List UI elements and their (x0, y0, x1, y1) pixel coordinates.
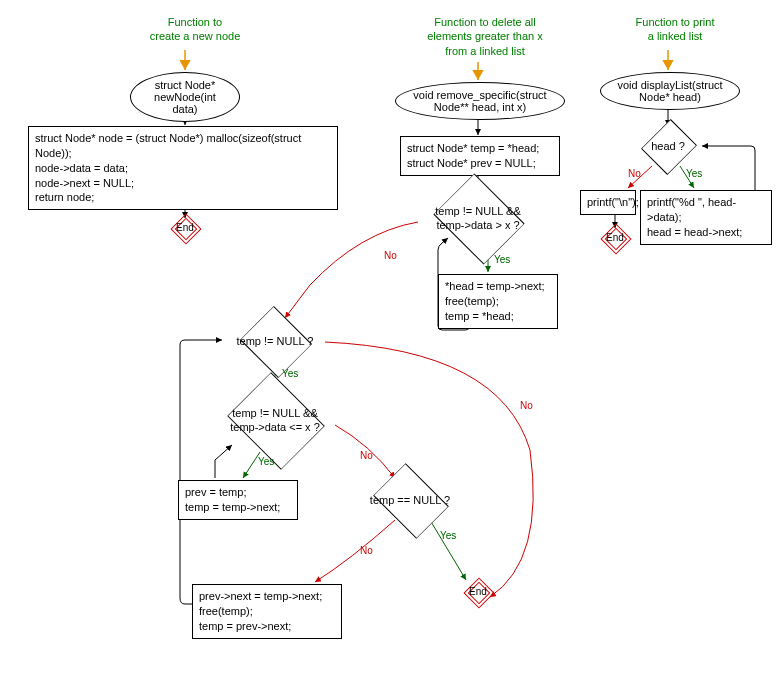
fc2-start: void remove_specific(struct Node** head,… (395, 82, 565, 120)
fc3-d1-no: No (628, 168, 641, 179)
fc3-p2: printf("\n"); (580, 190, 636, 215)
fc2-d4: temp == NULL ? (350, 478, 470, 522)
fc2-d4-no: No (360, 545, 373, 556)
fc2-d2-no: No (520, 400, 533, 411)
fc2-p1-text: struct Node* temp = *head; struct Node* … (407, 142, 539, 169)
fc1-start-text: struct Node* newNode(int data) (154, 79, 216, 115)
fc2-d2-yes: Yes (282, 368, 298, 379)
fc2-p4-text: prev->next = temp->next; free(temp); tem… (199, 590, 322, 632)
fc2-d1: temp != NULL && temp->data > x ? (408, 190, 548, 246)
fc1-p1-text: struct Node* node = (struct Node*) mallo… (35, 132, 301, 203)
fc2-start-text: void remove_specific(struct Node** head,… (413, 89, 546, 113)
fc3-p1: printf("%d ", head->data); head = head->… (640, 190, 772, 245)
fc2-d3-yes: Yes (258, 456, 274, 467)
fc3-end-text: End (606, 232, 624, 243)
fc2-d1-text: temp != NULL && temp->data > x ? (435, 204, 521, 233)
fc2-p4: prev->next = temp->next; free(temp); tem… (192, 584, 342, 639)
fc3-start-text: void displayList(struct Node* head) (617, 79, 722, 103)
fc3-title: Function to print a linked list (620, 15, 730, 44)
fc3-d1-yes: Yes (686, 168, 702, 179)
fc2-p2-text: *head = temp->next; free(temp); temp = *… (445, 280, 545, 322)
fc3-p2-text: printf("\n"); (587, 196, 639, 208)
fc1-end: End (171, 214, 199, 242)
fc2-p2: *head = temp->next; free(temp); temp = *… (438, 274, 558, 329)
fc2-end-text: End (469, 586, 487, 597)
fc3-p1-text: printf("%d ", head->data); head = head->… (647, 196, 742, 238)
fc2-title: Function to delete all elements greater … (410, 15, 560, 58)
fc2-d3-text: temp != NULL && temp->data <= x ? (230, 406, 320, 435)
fc1-end-text: End (176, 222, 194, 233)
svg-line-9 (430, 520, 466, 580)
fc2-d1-yes: Yes (494, 254, 510, 265)
fc3-d1-text: head ? (651, 139, 685, 153)
fc1-title: Function to create a new node (130, 15, 260, 44)
fc2-p1: struct Node* temp = *head; struct Node* … (400, 136, 560, 176)
fc2-d4-yes: Yes (440, 530, 456, 541)
fc2-d4-text: temp == NULL ? (370, 493, 450, 507)
fc2-d3: temp != NULL && temp->data <= x ? (200, 390, 350, 450)
fc2-p3: prev = temp; temp = temp->next; (178, 480, 298, 520)
fc3-end: End (601, 224, 629, 252)
fc1-start: struct Node* newNode(int data) (130, 72, 240, 122)
fc2-d3-no: No (360, 450, 373, 461)
fc2-d2: temp != NULL ? (222, 318, 328, 364)
fc2-d2-text: temp != NULL ? (237, 334, 314, 348)
fc2-end: End (464, 578, 492, 606)
fc2-p3-text: prev = temp; temp = temp->next; (185, 486, 280, 513)
fc3-d1: head ? (632, 126, 704, 166)
fc3-start: void displayList(struct Node* head) (600, 72, 740, 110)
fc1-process-1: struct Node* node = (struct Node*) mallo… (28, 126, 338, 210)
fc2-d1-no: No (384, 250, 397, 261)
